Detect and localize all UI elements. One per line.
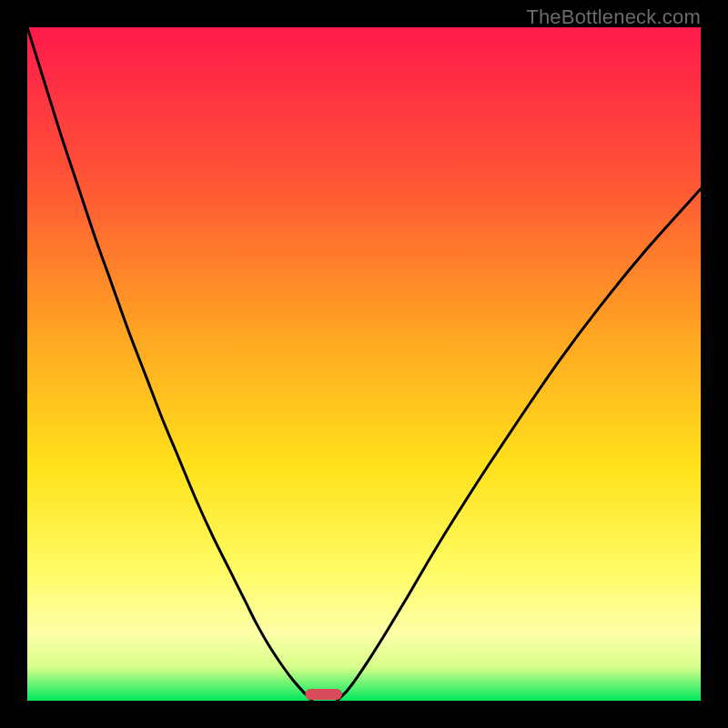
optimum-marker: [305, 689, 342, 700]
chart-frame: [27, 27, 701, 701]
bottleneck-chart: [27, 27, 701, 701]
watermark-text: TheBottleneck.com: [526, 5, 701, 29]
gradient-background: [27, 27, 701, 701]
